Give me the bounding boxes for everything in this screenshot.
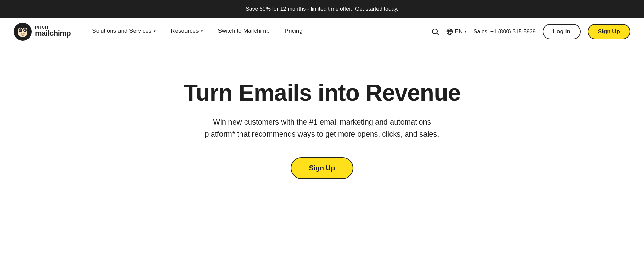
globe-icon — [446, 28, 453, 35]
navbar: INTUIT mailchimp Solutions and Services … — [0, 18, 644, 45]
chevron-down-icon: ▾ — [201, 29, 203, 33]
hero-section: Turn Emails into Revenue Win new custome… — [0, 45, 644, 206]
announcement-link[interactable]: Get started today. — [355, 6, 398, 12]
hero-subtitle: Win new customers with the #1 email mark… — [199, 116, 446, 140]
logo[interactable]: INTUIT mailchimp — [14, 23, 71, 41]
nav-switch-label: Switch to Mailchimp — [218, 28, 270, 34]
svg-line-14 — [437, 33, 439, 35]
search-icon — [431, 28, 439, 36]
hero-signup-button[interactable]: Sign Up — [291, 157, 354, 179]
nav-item-solutions[interactable]: Solutions and Services ▾ — [84, 18, 163, 45]
nav-links: Solutions and Services ▾ Resources ▾ Swi… — [84, 18, 431, 45]
nav-resources-label: Resources — [171, 28, 199, 34]
nav-right: EN ▾ Sales: +1 (800) 315-5939 Log In Sig… — [431, 24, 630, 39]
nav-item-pricing[interactable]: Pricing — [277, 18, 310, 45]
language-label: EN — [455, 29, 463, 35]
svg-point-9 — [25, 30, 26, 31]
chevron-down-icon: ▾ — [154, 29, 156, 33]
search-button[interactable] — [431, 28, 439, 36]
login-button[interactable]: Log In — [543, 24, 581, 39]
announcement-bar: Save 50% for 12 months - limited time of… — [0, 0, 644, 18]
logo-mailchimp-text: mailchimp — [35, 29, 71, 38]
svg-point-8 — [20, 30, 21, 31]
svg-point-11 — [21, 33, 22, 34]
nav-item-resources[interactable]: Resources ▾ — [163, 18, 210, 45]
sales-phone: Sales: +1 (800) 315-5939 — [474, 29, 536, 35]
language-selector[interactable]: EN ▾ — [446, 28, 467, 35]
svg-point-12 — [23, 33, 25, 34]
nav-solutions-label: Solutions and Services — [92, 28, 151, 34]
signup-nav-button[interactable]: Sign Up — [588, 24, 630, 39]
nav-item-switch[interactable]: Switch to Mailchimp — [211, 18, 277, 45]
nav-pricing-label: Pricing — [285, 28, 303, 34]
announcement-text: Save 50% for 12 months - limited time of… — [246, 6, 355, 12]
hero-title: Turn Emails into Revenue — [183, 80, 460, 106]
mailchimp-monkey-icon — [14, 23, 32, 41]
chevron-down-icon: ▾ — [465, 29, 467, 34]
